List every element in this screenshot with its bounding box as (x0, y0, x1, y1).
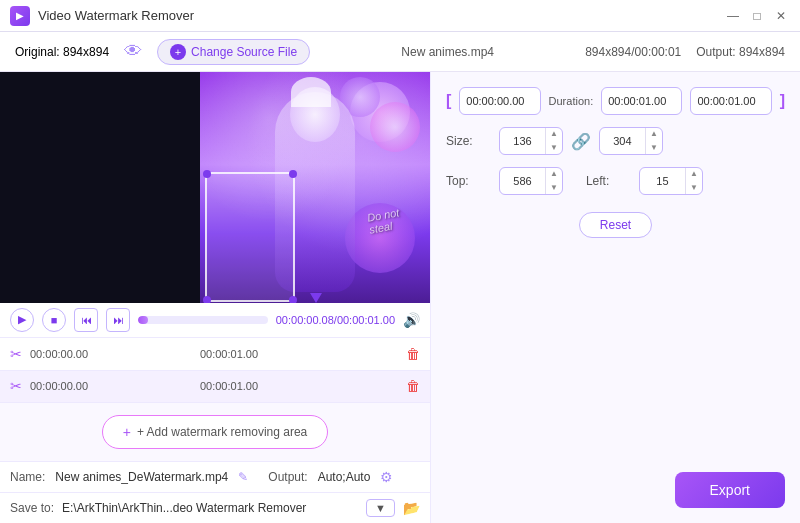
bottom-row: Name: New animes_DeWatermark.mp4 ✎ Outpu… (0, 461, 430, 492)
output-label: Output: (268, 470, 307, 484)
size-height-input[interactable]: ▲ ▼ (599, 127, 663, 155)
track-row-1: ✂ 00:00:00.00 00:00:01.00 🗑 (0, 338, 430, 371)
output-label: Output: 894x894 (696, 45, 785, 59)
play-button[interactable]: ▶ (10, 308, 34, 332)
left-panel: Do notsteal ▶ ■ ⏮ ⏭ 00:00:00.08/00:00:01… (0, 72, 430, 523)
close-bracket: ] (780, 92, 785, 110)
size-height-down[interactable]: ▼ (646, 141, 662, 155)
track-icon-1: ✂ (10, 346, 22, 362)
save-label: Save to: (10, 501, 54, 515)
minimize-button[interactable]: — (724, 7, 742, 25)
track-end-1: 00:00:01.00 (200, 348, 258, 360)
size-row: Size: ▲ ▼ 🔗 ▲ ▼ (446, 127, 785, 155)
end-time-field[interactable] (691, 95, 771, 107)
size-width-field[interactable] (500, 135, 545, 147)
change-source-button[interactable]: + Change Source File (157, 39, 310, 65)
file-name: New animes.mp4 (325, 45, 570, 59)
top-down[interactable]: ▼ (546, 181, 562, 195)
track-row-2: ✂ 00:00:00.00 00:00:01.00 🗑 (0, 371, 430, 404)
prev-frame-button[interactable]: ⏮ (74, 308, 98, 332)
size-width-spinner[interactable]: ▲ ▼ (545, 127, 562, 155)
controls-row: ▶ ■ ⏮ ⏭ 00:00:00.08/00:00:01.00 🔊 (0, 303, 430, 338)
toolbar: Original: 894x894 👁 + Change Source File… (0, 32, 800, 72)
watermark-selection-box[interactable] (205, 172, 295, 302)
top-input[interactable]: ▲ ▼ (499, 167, 563, 195)
maximize-button[interactable]: □ (748, 7, 766, 25)
next-frame-button[interactable]: ⏭ (106, 308, 130, 332)
volume-icon[interactable]: 🔊 (403, 312, 420, 328)
right-panel: [ ▲ ▼ Duration: ▲ ▼ ▲ ▼ (430, 72, 800, 523)
duration-field[interactable] (602, 95, 682, 107)
duration-input[interactable]: ▲ ▼ (601, 87, 682, 115)
save-path-dropdown[interactable]: ▼ (366, 499, 395, 517)
main-content: Do notsteal ▶ ■ ⏮ ⏭ 00:00:00.08/00:00:01… (0, 72, 800, 523)
time-range-row: [ ▲ ▼ Duration: ▲ ▼ ▲ ▼ (446, 87, 785, 115)
position-row: Top: ▲ ▼ Left: ▲ ▼ (446, 167, 785, 195)
plus-circle-icon: + (170, 44, 186, 60)
duration-label: Duration: (549, 95, 594, 107)
change-source-label: Change Source File (191, 45, 297, 59)
output-value: Auto;Auto (318, 470, 371, 484)
dropdown-arrow: ▼ (375, 502, 386, 514)
top-up[interactable]: ▲ (546, 167, 562, 181)
app-icon: ▶ (10, 6, 30, 26)
save-row: Save to: E:\ArkThin\ArkThin...deo Waterm… (0, 492, 430, 523)
size-width-up[interactable]: ▲ (546, 127, 562, 141)
track-end-2: 00:00:01.00 (200, 380, 258, 392)
save-path: E:\ArkThin\ArkThin...deo Watermark Remov… (62, 501, 358, 515)
title-bar: ▶ Video Watermark Remover — □ ✕ (0, 0, 800, 32)
end-time-input[interactable]: ▲ ▼ (690, 87, 771, 115)
name-value: New animes_DeWatermark.mp4 (55, 470, 228, 484)
app-title: Video Watermark Remover (38, 8, 718, 23)
top-spinner[interactable]: ▲ ▼ (545, 167, 562, 195)
file-info: 894x894/00:00:01 (585, 45, 681, 59)
open-bracket: [ (446, 92, 451, 110)
left-up[interactable]: ▲ (686, 167, 702, 181)
left-down[interactable]: ▼ (686, 181, 702, 195)
plus-icon: + (123, 424, 131, 440)
reset-btn-container: Reset (446, 207, 785, 238)
track-icon-2: ✂ (10, 378, 22, 394)
folder-icon[interactable]: 📂 (403, 500, 420, 516)
add-watermark-button[interactable]: + + Add watermark removing area (102, 415, 329, 449)
start-time-field[interactable] (460, 95, 540, 107)
top-field[interactable] (500, 175, 545, 187)
track-delete-1[interactable]: 🗑 (406, 346, 420, 362)
track-delete-2[interactable]: 🗑 (406, 378, 420, 394)
stop-button[interactable]: ■ (42, 308, 66, 332)
reset-button[interactable]: Reset (579, 212, 652, 238)
left-spinner[interactable]: ▲ ▼ (685, 167, 702, 195)
left-black-area (0, 72, 200, 303)
time-display: 00:00:00.08/00:00:01.00 (276, 314, 395, 326)
name-label: Name: (10, 470, 45, 484)
size-height-spinner[interactable]: ▲ ▼ (645, 127, 662, 155)
size-width-down[interactable]: ▼ (546, 141, 562, 155)
video-preview: Do notsteal (0, 72, 430, 303)
progress-fill (138, 316, 148, 324)
export-btn-container: Export (446, 472, 785, 508)
settings-icon[interactable]: ⚙ (380, 469, 393, 485)
progress-bar[interactable] (138, 316, 268, 324)
export-button[interactable]: Export (675, 472, 785, 508)
edit-icon[interactable]: ✎ (238, 470, 248, 484)
link-icon[interactable]: 🔗 (571, 132, 591, 151)
track-start-1: 00:00:00.00 (30, 348, 162, 360)
add-watermark-label: + Add watermark removing area (137, 425, 307, 439)
eye-icon[interactable]: 👁 (124, 41, 142, 62)
close-button[interactable]: ✕ (772, 7, 790, 25)
top-label: Top: (446, 174, 491, 188)
track-start-2: 00:00:00.00 (30, 380, 162, 392)
size-width-input[interactable]: ▲ ▼ (499, 127, 563, 155)
size-label: Size: (446, 134, 491, 148)
video-frame: Do notsteal (200, 72, 430, 303)
left-label: Left: (586, 174, 631, 188)
left-field[interactable] (640, 175, 685, 187)
start-time-input[interactable]: ▲ ▼ (459, 87, 540, 115)
add-watermark-area-container: + + Add watermark removing area (0, 403, 430, 461)
original-label: Original: 894x894 (15, 45, 109, 59)
size-height-up[interactable]: ▲ (646, 127, 662, 141)
left-input[interactable]: ▲ ▼ (639, 167, 703, 195)
size-height-field[interactable] (600, 135, 645, 147)
